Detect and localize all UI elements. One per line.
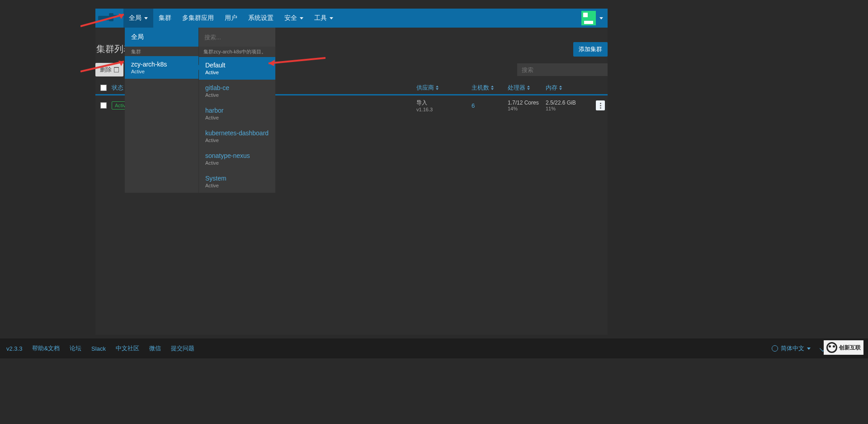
trash-icon bbox=[114, 67, 119, 72]
row-checkbox[interactable] bbox=[100, 102, 107, 109]
user-menu[interactable] bbox=[577, 9, 608, 28]
row-actions-button[interactable] bbox=[596, 100, 605, 110]
dropdown-search-input[interactable] bbox=[199, 28, 275, 47]
nav-users[interactable]: 用户 bbox=[219, 9, 243, 28]
th-mem[interactable]: 内存 bbox=[546, 84, 562, 92]
svg-rect-2 bbox=[113, 15, 117, 17]
chevron-down-icon bbox=[300, 17, 303, 19]
chevron-down-icon bbox=[330, 17, 333, 19]
version-link[interactable]: v2.3.3 bbox=[6, 345, 22, 352]
dropdown-search[interactable] bbox=[199, 28, 275, 47]
help-link[interactable]: 帮助&文档 bbox=[32, 344, 60, 353]
td-provider: 导入 v1.16.3 bbox=[416, 99, 433, 112]
select-all-checkbox[interactable] bbox=[100, 85, 107, 91]
dropdown-project-default[interactable]: Default Active bbox=[199, 57, 275, 80]
td-hosts: 6 bbox=[472, 102, 475, 109]
watermark: 创新互联 bbox=[824, 340, 863, 355]
forum-link[interactable]: 论坛 bbox=[70, 344, 81, 353]
nav-clusters[interactable]: 集群 bbox=[153, 9, 177, 28]
nav-global[interactable]: 全局 bbox=[123, 9, 153, 28]
th-hosts[interactable]: 主机数 bbox=[472, 84, 494, 92]
svg-rect-1 bbox=[109, 13, 113, 21]
dropdown-project-gitlab[interactable]: gitlab-ce Active bbox=[199, 80, 275, 102]
dropdown-project-nexus[interactable]: sonatype-nexus Active bbox=[199, 148, 275, 170]
global-dropdown: 全局 集群 zcy-arch-k8s Active 集群zcy-arch-k8s… bbox=[125, 28, 275, 193]
top-nav: 全局 集群 多集群应用 用户 系统设置 安全 工具 bbox=[95, 9, 608, 28]
watermark-icon bbox=[826, 342, 837, 353]
th-cpu[interactable]: 处理器 bbox=[508, 84, 530, 92]
dropdown-project-system[interactable]: System Active bbox=[199, 170, 275, 193]
dropdown-note: 集群zcy-arch-k8s中的项目。 bbox=[199, 47, 275, 57]
chevron-down-icon bbox=[599, 17, 603, 19]
dropdown-project-kubedash[interactable]: kubernetes-dashboard Active bbox=[199, 125, 275, 148]
issue-link[interactable]: 提交问题 bbox=[171, 344, 194, 353]
dropdown-group-label: 集群 bbox=[125, 47, 198, 56]
svg-rect-0 bbox=[98, 16, 111, 20]
chevron-down-icon bbox=[807, 348, 811, 350]
delete-button[interactable]: 删除 bbox=[95, 63, 123, 76]
nav-settings[interactable]: 系统设置 bbox=[243, 9, 279, 28]
td-mem: 2.5/22.6 GiB 11% bbox=[546, 100, 576, 111]
search-input[interactable] bbox=[517, 63, 608, 76]
dropdown-global-item[interactable]: 全局 bbox=[125, 28, 198, 47]
slack-link[interactable]: Slack bbox=[91, 345, 106, 352]
wechat-link[interactable]: 微信 bbox=[149, 344, 161, 353]
td-cpu: 1.7/12 Cores 14% bbox=[508, 100, 539, 111]
brand-logo[interactable] bbox=[95, 9, 123, 28]
nav-global-label: 全局 bbox=[129, 14, 142, 22]
cn-community-link[interactable]: 中文社区 bbox=[116, 344, 139, 353]
add-cluster-button[interactable]: 添加集群 bbox=[573, 42, 608, 57]
nav-security[interactable]: 安全 bbox=[279, 9, 309, 28]
footer: v2.3.3 帮助&文档 论坛 Slack 中文社区 微信 提交问题 简体中文 … bbox=[0, 338, 868, 358]
language-switcher[interactable]: 简体中文 bbox=[772, 344, 811, 353]
avatar bbox=[581, 11, 596, 25]
dropdown-cluster-item[interactable]: zcy-arch-k8s Active bbox=[125, 56, 198, 79]
globe-icon bbox=[772, 345, 778, 352]
nav-multi[interactable]: 多集群应用 bbox=[177, 9, 219, 28]
nav-tools[interactable]: 工具 bbox=[309, 9, 339, 28]
chevron-down-icon bbox=[144, 17, 148, 19]
th-provider[interactable]: 供应商 bbox=[416, 84, 439, 92]
dropdown-project-harbor[interactable]: harbor Active bbox=[199, 102, 275, 125]
